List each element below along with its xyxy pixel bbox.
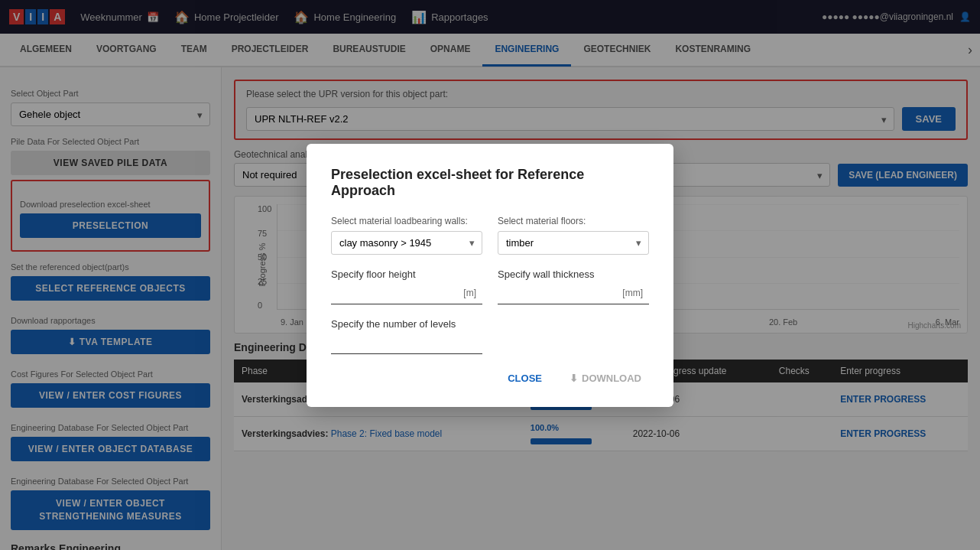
num-levels-field: Specify the number of levels (331, 318, 482, 354)
wall-thickness-label: Specify wall thickness (498, 268, 649, 280)
download-icon: ⬇ (570, 373, 578, 384)
floor-height-field: Specify floor height [m] (331, 268, 482, 304)
modal-download-label: DOWNLOAD (582, 373, 641, 384)
material-walls-select-wrap: clay masonry > 1945 ▾ (331, 231, 482, 255)
material-floors-select-wrap: timber ▾ (498, 231, 649, 255)
material-walls-label: Select material loadbearing walls: (331, 216, 482, 226)
modal-dimensions-row: Specify floor height [m] Specify wall th… (331, 268, 649, 304)
modal-footer: CLOSE ⬇ DOWNLOAD (331, 368, 649, 389)
material-floors-select[interactable]: timber (498, 231, 649, 255)
floor-height-input[interactable] (331, 283, 482, 304)
material-floors-label: Select material floors: (498, 216, 649, 226)
preselection-modal: Preselection excel-sheet for Reference A… (307, 144, 673, 407)
wall-thickness-unit: [mm] (622, 288, 643, 298)
num-levels-label: Specify the number of levels (331, 318, 482, 330)
modal-download-button[interactable]: ⬇ DOWNLOAD (562, 368, 649, 389)
material-walls-select[interactable]: clay masonry > 1945 (331, 231, 482, 255)
material-walls-field: Select material loadbearing walls: clay … (331, 216, 482, 255)
modal-title: Preselection excel-sheet for Reference A… (331, 167, 649, 199)
floor-height-label: Specify floor height (331, 268, 482, 280)
floor-height-unit: [m] (463, 288, 476, 298)
wall-thickness-field: Specify wall thickness [mm] (498, 268, 649, 304)
modal-materials-row: Select material loadbearing walls: clay … (331, 216, 649, 255)
material-floors-field: Select material floors: timber ▾ (498, 216, 649, 255)
modal-levels-row: Specify the number of levels (331, 318, 649, 354)
num-levels-input[interactable] (331, 333, 482, 354)
modal-close-button[interactable]: CLOSE (500, 368, 550, 389)
modal-overlay: Preselection excel-sheet for Reference A… (0, 0, 980, 550)
